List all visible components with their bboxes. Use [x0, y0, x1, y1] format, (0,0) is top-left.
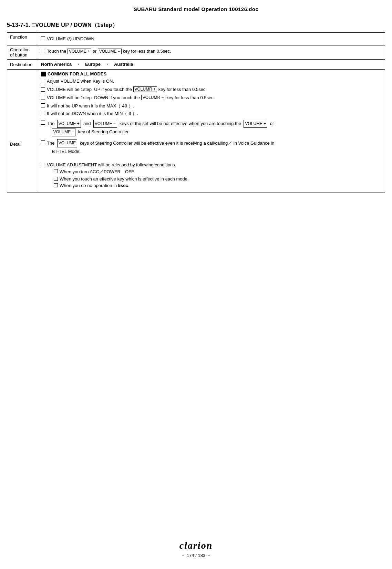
detail-item-3-text2: key for less than 0.5sec. [165, 95, 215, 100]
destination-text: North America ・ Europe ・ Australia [41, 62, 133, 67]
detail-item-8-sub2-checkbox [54, 177, 58, 181]
detail-item-1-text: Adjust VOLUME when Key is ON. [47, 79, 114, 84]
detail-item-8-text: VOLUME ADJUSTMENT will be released by fo… [47, 162, 189, 167]
destination-content: North America ・ Europe ・ Australia [38, 60, 385, 70]
detail-item-7: The VOLUME keys of Steering Controller w… [41, 139, 382, 156]
operation-text3: key for less than 0.5sec. [123, 49, 171, 54]
operation-row: Operationof button Touch the VOLUME + or… [7, 45, 385, 60]
detail-item-8-sub2: When you touch an effective key which is… [54, 176, 189, 182]
detail-item-2-text: VOLUME will be 1step UP if you touch the [47, 87, 133, 92]
clarion-logo: clarion [0, 540, 392, 551]
function-item: VOLUME の UP/DOWN [41, 36, 382, 42]
detail-item-7-key1: VOLUME [57, 139, 78, 147]
operation-label: Operationof button [7, 45, 38, 60]
detail-item-2-checkbox [41, 87, 45, 92]
section-title: 5-13-7-1. □VOLUME UP / DOWN（1step） [0, 15, 392, 32]
operation-content: Touch the VOLUME + or VOLUME − key for l… [38, 45, 385, 60]
operation-text1: Touch the [47, 49, 66, 54]
detail-item-7-checkbox [41, 140, 45, 144]
detail-item-2: VOLUME will be 1step UP if you touch the… [41, 86, 382, 92]
page-header: SUBARU Standard model Operation 100126.d… [0, 0, 392, 15]
detail-item-6: The VOLUME + and VOLUME − keys of the se… [41, 120, 382, 136]
detail-item-3-key: VOLUMR − [141, 95, 165, 100]
detail-item-4-checkbox [41, 103, 45, 107]
operation-text2: or [93, 49, 97, 54]
destination-label: Destination [7, 60, 38, 70]
detail-item-4-text: It will not be UP when it is the MAX（ 40… [47, 103, 134, 109]
detail-item-8-sub2-text: When you touch an effective key which is… [60, 176, 189, 182]
operation-checkbox [41, 49, 45, 53]
detail-item-8-content: VOLUME ADJUSTMENT will be released by fo… [47, 162, 189, 189]
detail-item-6-key3: VOLUME + [244, 120, 267, 128]
operation-item: Touch the VOLUME + or VOLUME − key for l… [41, 49, 382, 54]
detail-item-8-sub3-checkbox [54, 183, 58, 187]
detail-item-3-text: VOLUME will be 1step DOWN if you touch t… [47, 95, 141, 100]
detail-item-6-content: The VOLUME + and VOLUME − keys of the se… [47, 120, 382, 136]
detail-item-8-sub3: When you do no operation in 5sec. [54, 183, 189, 188]
main-table: Function VOLUME の UP/DOWN Operationof bu… [7, 32, 385, 193]
function-content: VOLUME の UP/DOWN [38, 33, 385, 45]
detail-item-5-text: It will not be DOWN when it is the MIN（ … [47, 111, 138, 117]
detail-item-8: VOLUME ADJUSTMENT will be released by fo… [41, 162, 382, 189]
common-heading-text: COMMON FOR ALL MODES [48, 71, 106, 76]
detail-row: Detail COMMON FOR ALL MODES Adjust VOLUM… [7, 70, 385, 193]
function-label: Function [7, 33, 38, 45]
detail-item-2-text2: key for less than 0.5sec. [157, 87, 207, 92]
operation-key1: VOLUME + [68, 49, 91, 54]
detail-item-2-key: VOLUMR + [133, 86, 157, 92]
detail-item-5: It will not be DOWN when it is the MIN（ … [41, 111, 382, 117]
detail-item-4: It will not be UP when it is the MAX（ 40… [41, 103, 382, 109]
page-footer: clarion － 174 / 183 － [0, 540, 392, 559]
detail-item-1-checkbox [41, 79, 45, 83]
detail-item-8-sub3-text: When you do no operation in 5sec. [60, 183, 129, 188]
detail-item-8-sub1-checkbox [54, 169, 58, 173]
detail-item-8-sub1-text: When you turn ACC／POWER OFF. [60, 169, 135, 175]
function-checkbox [41, 36, 45, 40]
detail-item-1: Adjust VOLUME when Key is ON. [41, 79, 382, 84]
detail-item-5-checkbox [41, 111, 45, 115]
detail-item-8-checkbox [41, 163, 45, 167]
detail-item-7-content: The VOLUME keys of Steering Controller w… [47, 139, 382, 156]
destination-row: Destination North America ・ Europe ・ Aus… [7, 60, 385, 70]
detail-item-3: VOLUME will be 1step DOWN if you touch t… [41, 95, 382, 100]
common-heading-row: COMMON FOR ALL MODES [41, 71, 382, 76]
detail-item-6-checkbox [41, 121, 45, 125]
operation-key2: VOLUME − [98, 49, 122, 54]
function-text: VOLUME の UP/DOWN [47, 36, 94, 42]
function-row: Function VOLUME の UP/DOWN [7, 33, 385, 45]
detail-item-6-key1: VOLUME + [57, 120, 81, 128]
detail-label: Detail [7, 70, 38, 193]
detail-item-8-sub1: When you turn ACC／POWER OFF. [54, 169, 189, 175]
detail-content: COMMON FOR ALL MODES Adjust VOLUME when … [38, 70, 385, 193]
common-heading-square [41, 72, 46, 76]
detail-item-6-key2: VOLUME − [93, 120, 117, 128]
detail-item-6-key4: VOLUME − [52, 128, 75, 136]
detail-item-3-checkbox [41, 96, 45, 100]
page-number: － 174 / 183 － [0, 552, 392, 559]
